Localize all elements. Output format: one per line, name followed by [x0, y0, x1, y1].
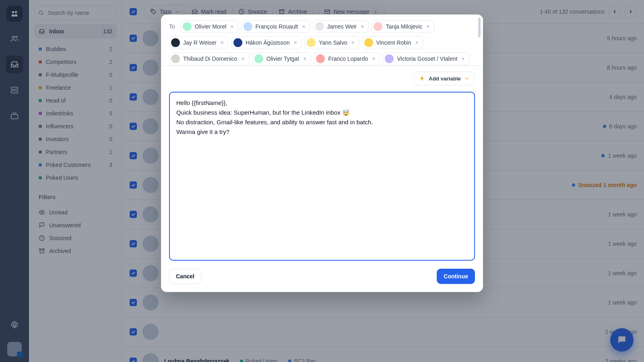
chip-avatar — [233, 38, 242, 47]
add-variable-label: Add variable — [429, 76, 461, 82]
recipients-scrollbar[interactable] — [477, 18, 481, 62]
chip-name: Olivier Morel — [195, 23, 227, 30]
chip-remove-icon[interactable]: × — [415, 39, 419, 46]
recipient-chip[interactable]: Yann Salvo× — [305, 36, 359, 49]
recipient-chip[interactable]: Jay R Weiser× — [169, 36, 228, 49]
chip-name: Hákon Ágústsson — [246, 39, 290, 46]
chip-avatar — [171, 38, 180, 47]
chip-avatar — [171, 54, 180, 63]
chip-name: Jay R Weiser — [183, 39, 217, 46]
chip-avatar — [254, 54, 263, 63]
recipient-chip[interactable]: Tanja Milojevic× — [372, 20, 434, 33]
bolt-icon — [419, 75, 425, 82]
chip-avatar — [374, 22, 382, 31]
chip-remove-icon[interactable]: × — [351, 39, 355, 46]
chip-avatar — [385, 54, 394, 63]
continue-button[interactable]: Continue — [437, 269, 475, 284]
chip-avatar — [316, 54, 325, 63]
recipient-chip[interactable]: Olivier Morel× — [181, 20, 238, 33]
add-variable-button[interactable]: Add variable — [414, 72, 475, 85]
chip-remove-icon[interactable]: × — [360, 23, 365, 30]
chip-avatar — [183, 22, 192, 31]
chip-remove-icon[interactable]: × — [425, 23, 430, 30]
chip-name: François Rouault — [256, 23, 298, 30]
recipient-chip[interactable]: James Weir× — [313, 20, 369, 33]
chip-avatar — [315, 22, 324, 31]
chip-remove-icon[interactable]: × — [220, 39, 225, 46]
chip-remove-icon[interactable]: × — [460, 56, 465, 62]
chip-name: Tanja Milojevic — [386, 23, 422, 30]
chip-name: Yann Salvo — [319, 39, 347, 46]
chip-remove-icon[interactable]: × — [241, 56, 246, 62]
recipient-chip[interactable]: Thibaud Di Domenico× — [169, 52, 249, 65]
recipient-chip[interactable]: Hákon Ágústsson× — [231, 36, 301, 49]
chip-remove-icon[interactable]: × — [229, 23, 234, 30]
message-editor[interactable]: Hello {{firstName}}, Quick business idea… — [169, 92, 475, 261]
chip-avatar — [307, 38, 316, 47]
chip-name: Thibaud Di Domenico — [183, 56, 237, 62]
recipient-chip[interactable]: Olivier Tytgat× — [252, 52, 311, 65]
recipients-area[interactable]: To Olivier Morel×François Rouault×James … — [161, 14, 483, 66]
cancel-button[interactable]: Cancel — [169, 269, 201, 284]
chevron-down-icon — [464, 76, 470, 81]
recipient-chip[interactable]: Vincent Robin× — [362, 36, 423, 49]
chip-name: James Weir — [327, 23, 357, 30]
chip-remove-icon[interactable]: × — [371, 56, 376, 62]
chip-remove-icon[interactable]: × — [301, 23, 306, 30]
chip-remove-icon[interactable]: × — [293, 39, 298, 46]
chip-remove-icon[interactable]: × — [302, 56, 307, 62]
chip-name: Victoria Gosset / Vtalent — [397, 56, 457, 62]
chip-name: Franco Lopardo — [328, 56, 368, 62]
recipient-chip[interactable]: Franco Lopardo× — [314, 52, 380, 65]
to-label: To — [169, 23, 178, 30]
recipient-chip[interactable]: Victoria Gosset / Vtalent× — [383, 52, 469, 65]
chip-avatar — [364, 38, 373, 47]
chip-avatar — [244, 22, 252, 31]
compose-modal-overlay: To Olivier Morel×François Rouault×James … — [0, 0, 644, 362]
chip-name: Olivier Tytgat — [266, 56, 299, 62]
compose-modal: To Olivier Morel×François Rouault×James … — [161, 14, 483, 292]
recipient-chip[interactable]: François Rouault× — [242, 20, 310, 33]
chip-name: Vincent Robin — [376, 39, 411, 46]
